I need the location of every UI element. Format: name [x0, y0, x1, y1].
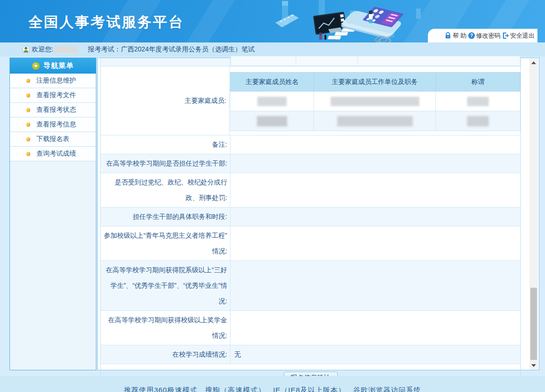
header-illustration [272, 0, 432, 42]
redacted-value [257, 97, 287, 106]
row-value [230, 135, 520, 154]
row-label: 在高等学校学习期间获得院系级以上“三好学生”、“优秀学生干部”、“优秀毕业生”情… [102, 262, 227, 309]
sidebar-item-view-application-status[interactable]: 查看报考状态 [10, 103, 96, 117]
header-links-bar: 帮 助 ? 修改密码 安全退出 [428, 29, 537, 42]
bullet-icon [26, 152, 30, 156]
sidebar-nav: 导航菜单 注册信息维护 查看报考文件 查看报考状态 查看报考信息 下载报名表 查… [9, 58, 96, 370]
row-value [230, 311, 520, 345]
family-name-cell [230, 111, 314, 131]
family-workunit-header: 主要家庭成员工作单位及职务 [314, 73, 436, 92]
logout-link[interactable]: 安全退出 [502, 32, 535, 40]
header-stripe [178, 0, 240, 42]
main-content-panel: 主要家庭成员: 主要家庭成员姓名 主要家庭成员工作单位及职务 称谓 [97, 58, 539, 370]
form-row-cadre-duty-period: 担任学生干部的具体职务和时段: [101, 208, 520, 226]
chevron-down-circle-icon [32, 62, 40, 70]
sidebar-item-label: 查看报考状态 [36, 106, 76, 114]
bullet-icon [26, 93, 30, 97]
sidebar-item-view-application-info[interactable]: 查看报考信息 [10, 117, 96, 132]
redacted-value [337, 116, 413, 126]
change-password-label: 修改密码 [476, 32, 501, 40]
app-window: 全国人事考试服务平台 帮 助 ? 修改密码 安全退出 [0, 0, 545, 392]
question-icon: ? [468, 32, 475, 39]
sidebar-item-registration-info[interactable]: 注册信息维护 [10, 74, 96, 88]
sidebar-item-query-exam-scores[interactable]: 查询考试成绩 [10, 147, 96, 161]
redacted-value [257, 116, 287, 126]
row-label: 参加校级以上“青年马克思主义者培养工程”情况: [102, 228, 227, 259]
page-footer: 推荐使用360极速模式、搜狗（高速模式）、IE（IE8及以上版本）、谷歌浏览器访… [0, 376, 545, 392]
vertical-scrollbar[interactable] [529, 58, 538, 369]
fragment-nested-table [230, 56, 520, 66]
welcome-bar: 欢迎您: 报考考试：广西2024年度考试录用公务员（选调生）笔试 [0, 42, 545, 57]
svg-text:?: ? [470, 33, 473, 38]
row-label: 在高等学校学习期间获得校级以上奖学金情况: [102, 312, 227, 343]
form-row-student-cadre: 在高等学校学习期间是否担任过学生干部: [101, 154, 520, 173]
sidebar-item-view-exam-documents[interactable]: 查看报考文件 [10, 88, 96, 103]
family-members-label: 主要家庭成员: [101, 67, 230, 135]
scrollbar-thumb[interactable] [530, 288, 537, 360]
fragment-value-cell [230, 58, 520, 66]
user-avatar-icon [22, 46, 30, 53]
sidebar-item-label: 查看报考信息 [36, 120, 76, 129]
family-relation-header: 称谓 [436, 73, 520, 92]
form-row-remarks: 备注: [101, 135, 520, 154]
redacted-value [331, 97, 419, 106]
family-name-header: 主要家庭成员姓名 [230, 73, 314, 92]
sidebar-header-label: 导航菜单 [43, 61, 74, 70]
redacted-value [467, 97, 489, 106]
row-label: 是否受到过党纪、政纪、校纪处分或行政、刑事处罚: [102, 175, 227, 206]
scroll-up-arrow-icon[interactable] [529, 58, 538, 67]
help-link[interactable]: 帮 助 [444, 32, 467, 40]
row-value [230, 208, 520, 226]
family-workunit-cell [314, 111, 436, 131]
bullet-icon [26, 79, 30, 83]
redacted-value [467, 116, 489, 126]
row-value [230, 261, 520, 310]
row-value [230, 173, 520, 207]
form-row-marxist-program: 参加校级以上“青年马克思主义者培养工程”情况: [101, 226, 520, 261]
family-members-table: 主要家庭成员姓名 主要家庭成员工作单位及职务 称谓 [230, 72, 520, 131]
row-label: 备注: [212, 137, 227, 152]
browser-recommendation-text: 推荐使用360极速模式、搜狗（高速模式）、IE（IE8及以上版本）、谷歌浏览器访… [0, 386, 545, 392]
bullet-icon [26, 137, 30, 141]
form-row-honors: 在高等学校学习期间获得院系级以上“三好学生”、“优秀学生干部”、“优秀毕业生”情… [101, 261, 520, 311]
change-password-link[interactable]: ? 修改密码 [468, 32, 501, 40]
row-label: 在校学习成绩情况: [172, 347, 227, 362]
application-info-table: 主要家庭成员: 主要家庭成员姓名 主要家庭成员工作单位及职务 称谓 [100, 58, 521, 392]
sidebar-item-label: 注册信息维护 [36, 76, 76, 85]
family-relation-cell [436, 92, 520, 111]
family-table-row [230, 111, 520, 131]
sidebar-item-label: 查询考试成绩 [36, 150, 76, 158]
family-members-row: 主要家庭成员: 主要家庭成员姓名 主要家庭成员工作单位及职务 称谓 [101, 67, 520, 135]
redacted-username [54, 46, 77, 53]
sidebar-item-download-registration-form[interactable]: 下载报名表 [10, 132, 96, 147]
family-name-cell [230, 92, 314, 111]
exam-title-label: 报考考试：广西2024年度考试录用公务员（选调生）笔试 [88, 45, 255, 54]
fragment-label-cell [101, 58, 230, 66]
table-fragment-row [101, 58, 520, 67]
lock-icon [444, 32, 451, 39]
app-header: 全国人事考试服务平台 帮 助 ? 修改密码 安全退出 [0, 0, 545, 42]
row-value [230, 154, 520, 173]
page-title: 全国人事考试服务平台 [28, 13, 184, 32]
form-row-scholarship: 在高等学校学习期间获得校级以上奖学金情况: [101, 311, 520, 345]
greeting-label: 欢迎您: [32, 45, 53, 54]
sidebar-item-label: 查看报考文件 [36, 91, 76, 100]
family-table-header-row: 主要家庭成员姓名 主要家庭成员工作单位及职务 称谓 [230, 73, 520, 92]
help-link-label: 帮 助 [452, 32, 467, 40]
bullet-icon [26, 123, 30, 126]
sidebar-item-label: 下载报名表 [36, 135, 69, 143]
bullet-icon [26, 108, 30, 112]
sidebar-header: 导航菜单 [10, 58, 96, 74]
row-value: 无 [230, 345, 520, 364]
row-label: 担任学生干部的具体职务和时段: [133, 209, 227, 225]
logout-icon [502, 32, 509, 39]
family-members-value: 主要家庭成员姓名 主要家庭成员工作单位及职务 称谓 [230, 67, 520, 135]
family-workunit-cell [314, 92, 436, 111]
logout-label: 安全退出 [510, 32, 535, 40]
scroll-down-arrow-icon[interactable] [529, 361, 538, 369]
form-row-academic-record: 在校学习成绩情况: 无 [101, 345, 520, 364]
form-row-discipline-punishment: 是否受到过党纪、政纪、校纪处分或行政、刑事处罚: [101, 173, 520, 208]
row-value [230, 226, 520, 260]
family-relation-cell [436, 111, 520, 131]
row-label: 在高等学校学习期间是否担任过学生干部: [106, 156, 227, 171]
